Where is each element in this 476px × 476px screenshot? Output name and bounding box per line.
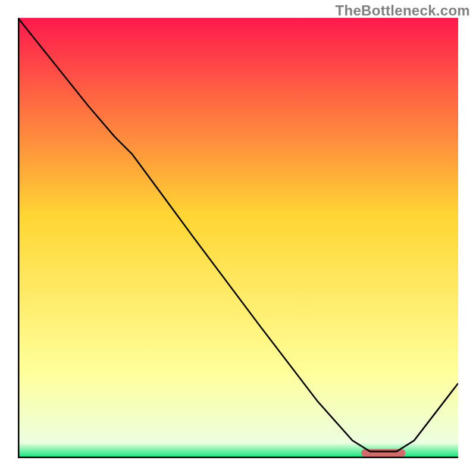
plot-area bbox=[18, 18, 458, 458]
chart-container: TheBottleneck.com bbox=[0, 0, 476, 476]
svg-rect-0 bbox=[18, 18, 458, 458]
watermark-text: TheBottleneck.com bbox=[336, 2, 470, 19]
chart-svg bbox=[18, 18, 458, 458]
